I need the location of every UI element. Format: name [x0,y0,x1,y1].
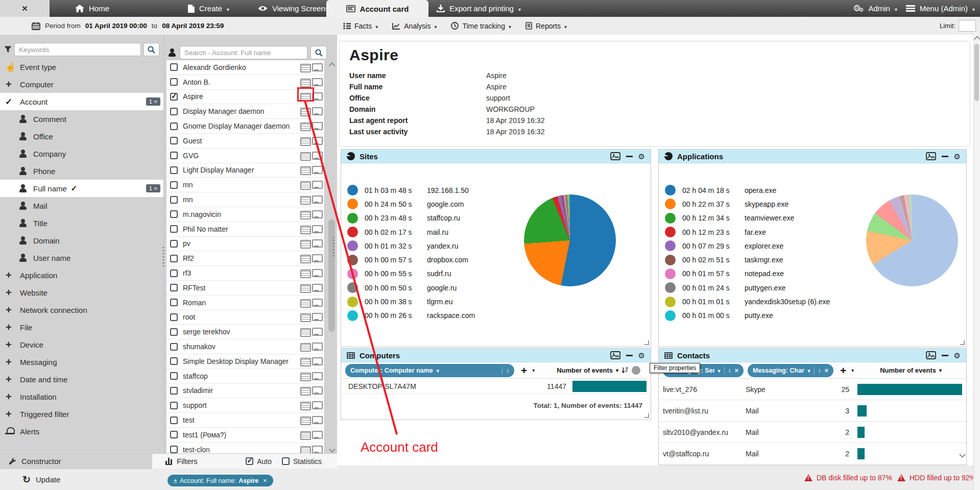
account-checkbox[interactable] [170,210,178,218]
filter-category-item[interactable]: Office [0,128,163,145]
account-card-open-icon[interactable] [300,313,309,321]
account-row[interactable]: serge terekhov [166,325,324,339]
remove-column-icon[interactable]: × [824,366,828,374]
account-screens-icon[interactable] [312,239,321,248]
account-card-open-icon[interactable] [300,401,309,409]
nav-create[interactable]: Create [188,0,229,17]
account-row[interactable]: Alexandr Gordienko [166,60,324,75]
legend-row[interactable]: 00 h 01 m 32 s yandex.ru [347,239,475,253]
account-row[interactable]: test1 (Рома?) [166,428,324,443]
legend-row[interactable]: 00 h 22 m 37 s skypeapp.exe [665,197,830,211]
filter-category-item[interactable]: Application [0,266,163,284]
legend-row[interactable]: 00 h 01 m 24 s puttygen.exe [665,281,830,295]
legend-row[interactable]: 00 h 00 m 50 s google.ru [347,281,475,295]
account-screens-icon[interactable] [312,372,321,380]
nav-export-printing[interactable]: Export and printing [437,0,521,17]
account-card-open-icon[interactable] [300,299,309,307]
applications-pie-chart[interactable] [866,194,958,286]
keywords-search-button[interactable] [144,43,159,56]
account-row[interactable]: RFTest [166,281,324,296]
account-row[interactable]: Simple Desktop Display Manager [166,354,324,369]
filter-category-item[interactable]: Device [0,336,163,353]
account-row[interactable]: Phil No matter [166,222,324,237]
legend-row[interactable]: 02 h 04 m 18 s opera.exe [665,183,830,197]
account-checkbox[interactable] [170,357,178,365]
account-screens-icon[interactable] [312,299,321,307]
account-checkbox[interactable] [170,93,178,101]
legend-row[interactable]: 00 h 01 m 57 s notepad.exe [665,267,830,281]
nav-admin[interactable]: ⚙⚙ Admin [853,0,897,17]
active-filter-chip[interactable]: ± Account: Full name: Aspire × [168,475,273,486]
menu-facts[interactable]: Facts [343,22,378,30]
filter-category-item[interactable]: Title [0,214,163,232]
account-checkbox[interactable] [170,387,178,395]
filter-category-item[interactable]: File [0,318,163,336]
panel-resize-corner[interactable] [644,340,649,345]
account-row[interactable]: shumakov [166,339,324,354]
filter-category-item[interactable]: Phone [0,162,163,180]
account-screens-icon[interactable] [312,342,321,351]
auto-toggle[interactable]: Auto [246,457,272,465]
account-row[interactable]: Roman [166,296,324,310]
export-image-icon[interactable] [610,351,620,359]
filter-category-item[interactable]: Event type [0,58,163,76]
account-card-open-icon[interactable] [300,239,309,248]
minimize-icon[interactable] [626,355,633,356]
account-screens-icon[interactable] [312,328,321,336]
account-checkbox[interactable] [170,255,178,262]
account-screens-icon[interactable] [312,254,321,262]
account-row[interactable]: stvladimir [166,384,324,399]
export-image-icon[interactable] [610,152,620,160]
legend-row[interactable]: 00 h 01 m 01 s yandexdisk30setup (6).exe [665,295,830,308]
list-scrollbar-thumb[interactable] [328,219,335,332]
sort-desc-icon[interactable] [622,367,629,374]
account-screens-icon[interactable] [312,181,321,189]
account-checkbox[interactable] [170,446,178,453]
account-card-open-icon[interactable] [300,78,309,86]
account-checkbox[interactable] [170,63,178,71]
nav-menu[interactable]: Menu (Admin) [906,0,975,17]
account-checkbox[interactable] [170,122,178,130]
account-search-input[interactable] [180,46,307,59]
account-screens-icon[interactable] [312,210,321,218]
statistics-toggle[interactable]: Statistics [282,457,322,465]
account-card-open-icon[interactable] [300,137,309,145]
filter-category-item[interactable]: Computer [0,76,163,93]
legend-row[interactable]: 01 h 03 m 48 s 192.168.1.50 [347,183,475,197]
account-card-open-icon[interactable] [300,328,309,336]
account-screens-icon[interactable] [312,431,321,439]
sites-pie-chart[interactable] [524,194,616,286]
account-card-open-icon[interactable] [300,386,309,395]
events-column-header[interactable]: Number of events [880,366,962,374]
account-screens-icon[interactable] [312,357,321,365]
account-card-open-icon[interactable] [300,269,309,277]
computer-row[interactable]: DESKTOP-SL7A47M 11447 [341,379,651,394]
sort-toggle-icon[interactable]: ↕ [728,367,731,374]
add-column-button[interactable]: + [521,365,527,376]
export-image-icon[interactable] [926,152,936,160]
account-screens-icon[interactable] [312,284,321,292]
account-screens-icon[interactable] [312,63,321,71]
account-row[interactable]: rf3 [166,266,324,281]
filter-category-item[interactable]: Alerts [0,423,163,440]
filter-count-badge[interactable]: 1 × [146,184,160,192]
account-card-open-icon[interactable] [300,446,309,454]
filter-category-item[interactable]: User name [0,249,163,266]
account-checkbox[interactable] [170,299,178,306]
legend-row[interactable]: 00 h 00 m 57 s dropbox.com [347,253,475,266]
account-checkbox[interactable] [170,372,178,380]
account-screens-icon[interactable] [312,78,321,86]
gear-icon[interactable]: ⚙ [638,153,645,160]
scroll-up-icon[interactable] [974,36,980,42]
nav-home[interactable]: Home [75,0,109,17]
account-card-open-icon[interactable] [300,225,309,233]
account-row[interactable]: mn [166,192,324,207]
account-checkbox[interactable] [170,328,178,336]
account-checkbox[interactable] [170,196,178,204]
events-column-header[interactable]: Number of events [557,366,647,375]
main-scrollbar-thumb[interactable] [974,44,979,101]
account-card-open-icon[interactable] [300,284,309,292]
account-row[interactable]: staffcop [166,369,324,384]
account-row[interactable]: support [166,398,324,413]
filter-category-item[interactable]: Domain [0,232,163,249]
